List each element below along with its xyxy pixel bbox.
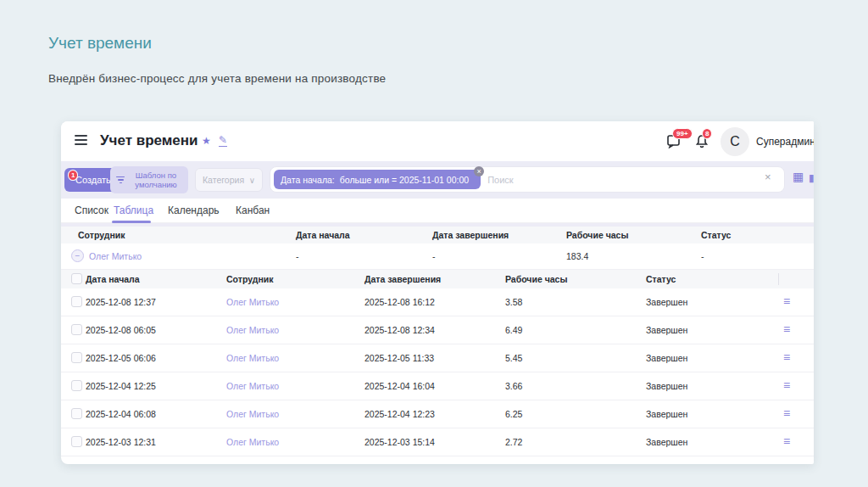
cell-status: Завершен (646, 325, 687, 335)
tab-calendar[interactable]: Календарь (168, 204, 220, 216)
cell-status: Завершен (646, 381, 687, 391)
cell-hours: 5.45 (505, 353, 522, 363)
column-header[interactable]: Сотрудник (78, 230, 125, 240)
cell-status: Завершен (646, 353, 687, 363)
employee-link[interactable]: Олег Митько (226, 325, 279, 335)
avatar[interactable]: С (721, 127, 749, 156)
row-menu-icon[interactable]: ≡ (783, 407, 790, 420)
cell-hours: 3.66 (505, 381, 522, 391)
search-input[interactable] (487, 175, 760, 185)
cell-end: - (432, 251, 436, 261)
cell-start: 2025-12-08 12:37 (86, 297, 156, 307)
column-header[interactable]: Дата начала (86, 274, 140, 284)
summary-table-header: Сотрудник Дата начала Дата завершения Ра… (61, 227, 814, 244)
row-checkbox[interactable] (71, 296, 82, 307)
cell-start: 2025-12-04 06:08 (86, 409, 156, 419)
column-divider (778, 273, 779, 285)
bell-badge: 8 (702, 128, 712, 139)
bell-icon[interactable]: 8 (694, 133, 709, 148)
date-filter-chip[interactable]: Дата начала: больше или = 2025-11-01 00:… (274, 170, 481, 189)
cell-end: 2025-12-08 16:12 (364, 297, 435, 307)
category-placeholder: Категория (203, 175, 244, 185)
row-menu-icon[interactable]: ≡ (783, 295, 790, 308)
employee-link[interactable]: Олег Митько (226, 381, 279, 391)
filter-funnel-icon (116, 176, 125, 184)
active-tab-indicator (112, 221, 151, 223)
messages-icon[interactable]: 99+ (666, 133, 682, 148)
cell-status: - (701, 251, 704, 261)
column-header[interactable]: Дата завершения (432, 230, 509, 240)
table-row[interactable]: 2025-12-03 12:31 Олег Митько 2025-12-03 … (61, 428, 814, 456)
column-header[interactable]: Дата завершения (364, 274, 441, 284)
view-settings-icon[interactable]: ▦ (793, 171, 804, 182)
template-button-label: Шаблон по умолчанию (130, 171, 182, 189)
employee-link[interactable]: Олег Митько (226, 353, 279, 363)
cell-status: Завершен (646, 297, 687, 307)
app-header: Учет времени ★ ✎ 99+ 8 С Суперадминистра… (61, 121, 814, 161)
column-header[interactable]: Рабочие часы (566, 230, 628, 240)
cell-hours: 6.25 (505, 409, 522, 419)
row-checkbox[interactable] (71, 324, 82, 335)
column-header[interactable]: Рабочие часы (505, 274, 567, 284)
messages-badge: 99+ (672, 128, 693, 139)
template-button[interactable]: Шаблон по умолчанию (110, 166, 188, 193)
cell-end: 2025-12-08 12:34 (364, 325, 435, 335)
table-row[interactable]: 2025-12-04 12:25 Олег Митько 2025-12-04 … (61, 372, 814, 400)
chip-remove-icon[interactable]: × (474, 166, 484, 176)
chevron-down-icon: ∨ (249, 176, 255, 185)
table-row[interactable]: 2025-12-04 06:08 Олег Митько 2025-12-04 … (61, 400, 814, 428)
cell-start: 2025-12-08 06:05 (86, 325, 156, 335)
cell-hours: 3.58 (505, 297, 522, 307)
column-header[interactable]: Статус (701, 230, 731, 240)
cell-start: 2025-12-05 06:06 (86, 353, 156, 363)
toolbar: Создать Шаблон по умолчанию Категория ∨ … (61, 161, 814, 199)
cell-end: 2025-12-04 16:04 (364, 381, 435, 391)
search-clear-icon[interactable]: × (765, 171, 771, 182)
cell-end: 2025-12-03 15:14 (364, 437, 435, 447)
cell-start: 2025-12-04 12:25 (86, 381, 156, 391)
column-header[interactable]: Сотрудник (226, 274, 273, 284)
row-checkbox[interactable] (71, 380, 82, 391)
summary-row[interactable]: − Олег Митько - - 183.4 - (61, 244, 814, 270)
table-row[interactable]: 2025-12-08 12:37 Олег Митько 2025-12-08 … (61, 288, 814, 316)
table-row[interactable]: 2025-12-08 06:05 Олег Митько 2025-12-08 … (61, 316, 814, 344)
tab-kanban[interactable]: Канбан (236, 204, 270, 216)
column-header[interactable]: Дата начала (296, 230, 350, 240)
employee-link[interactable]: Олег Митько (226, 437, 279, 447)
tab-list[interactable]: Список (75, 204, 108, 216)
clipped-icon[interactable]: ▮ (809, 172, 814, 184)
employee-link[interactable]: Олег Митько (226, 409, 279, 419)
column-header[interactable]: Статус (646, 274, 676, 284)
page-subtitle: Внедрён бизнес-процесс для учета времени… (48, 72, 386, 85)
employee-link[interactable]: Олег Митько (89, 251, 142, 261)
cell-hours: 2.72 (505, 437, 522, 447)
favorite-star-icon[interactable]: ★ (202, 135, 211, 147)
cell-end: 2025-12-05 11:33 (364, 353, 434, 363)
row-menu-icon[interactable]: ≡ (783, 379, 790, 392)
menu-icon[interactable] (75, 135, 87, 148)
cell-end: 2025-12-04 12:23 (364, 409, 435, 419)
row-checkbox[interactable] (71, 436, 82, 447)
search-box: Дата начала: больше или = 2025-11-01 00:… (270, 166, 785, 193)
cell-start: - (296, 251, 299, 261)
app-title: Учет времени (100, 132, 198, 149)
cell-start: 2025-12-03 12:31 (86, 437, 156, 447)
collapse-icon[interactable]: − (71, 249, 84, 262)
category-select[interactable]: Категория ∨ (195, 168, 263, 192)
select-all-checkbox[interactable] (71, 273, 82, 284)
cell-status: Завершен (646, 409, 687, 419)
cell-hours: 183.4 (566, 251, 588, 261)
tab-table[interactable]: Таблица (114, 204, 153, 216)
employee-link[interactable]: Олег Митько (226, 297, 279, 307)
row-menu-icon[interactable]: ≡ (783, 351, 790, 364)
table-row[interactable]: 2025-12-05 06:06 Олег Митько 2025-12-05 … (61, 344, 814, 372)
edit-icon[interactable]: ✎ (219, 134, 227, 147)
cell-hours: 6.49 (505, 325, 522, 335)
row-menu-icon[interactable]: ≡ (783, 323, 790, 336)
row-menu-icon[interactable]: ≡ (783, 435, 790, 448)
table-header: Дата начала Сотрудник Дата завершения Ра… (61, 270, 814, 288)
user-name: Суперадминистратор (756, 136, 814, 148)
page-title: Учет времени (48, 34, 152, 53)
row-checkbox[interactable] (71, 352, 82, 363)
row-checkbox[interactable] (71, 408, 82, 419)
